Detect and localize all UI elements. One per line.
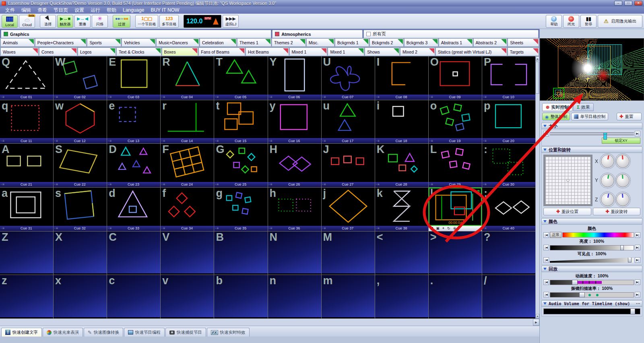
- cue-cell-cue-02[interactable]: W▫≣Cue 02: [54, 56, 107, 100]
- one-cue-button[interactable]: 1▢▢ 一个节目格: [135, 15, 158, 28]
- cue-cell-empty-57[interactable]: m: [322, 275, 375, 318]
- page-tab-all-pages[interactable]: 所有页: [363, 30, 539, 38]
- pause-icon[interactable]: [431, 227, 433, 230]
- bottom-tab-5[interactable]: 快速捕捉节目: [165, 328, 206, 337]
- scan-rate-slider[interactable]: [550, 292, 634, 298]
- cue-cell-cue-40[interactable]: ;▫≣Cue 40: [482, 188, 535, 231]
- cue-cell-cue-07[interactable]: U▫≣Cue 07: [322, 56, 375, 100]
- cue-cell-empty-53[interactable]: c: [107, 275, 160, 318]
- restart-mode-button[interactable]: ▶↔◀ 重播: [74, 15, 91, 28]
- category-row1-tab-4[interactable]: Vehicles: [122, 38, 156, 47]
- master-control-button[interactable]: ◉ 整体控制: [542, 113, 570, 120]
- cue-cell-cue-16[interactable]: y▫≣Cue 16: [268, 100, 321, 144]
- page-tab-atmospherics[interactable]: Atmospherics: [272, 30, 363, 38]
- brightness-max-button[interactable]: ▶|: [635, 245, 640, 250]
- brightness-min-button[interactable]: |◀: [543, 245, 549, 250]
- scan-rate-max-button[interactable]: ▶|: [635, 292, 640, 298]
- cue-cell-empty-44[interactable]: V: [161, 231, 214, 275]
- cloud-button[interactable]: ☁beta Cloud: [19, 15, 35, 28]
- category-row2-tab-3[interactable]: Logos: [78, 48, 116, 56]
- cue-cell-empty-52[interactable]: x: [54, 275, 107, 318]
- cue-cell-cue-25[interactable]: G▫≣Cue 25: [214, 144, 267, 187]
- z-rotation-knob[interactable]: [616, 193, 630, 206]
- cue-cell-cue-01[interactable]: Q▫≣Cue 01: [0, 56, 53, 100]
- category-row1-tab-9[interactable]: Misc.: [306, 38, 334, 47]
- category-row2-tab-9[interactable]: Mixed 1: [328, 48, 364, 56]
- cue-cell-cue-28[interactable]: K▫≣Cue 28: [375, 144, 428, 187]
- menu-item-9[interactable]: BUY IT NOW: [148, 7, 182, 13]
- audio-volume-slider[interactable]: [543, 308, 640, 314]
- cue-cell-cue-27[interactable]: J▫≣Cue 27: [322, 144, 375, 187]
- x-rotation-knob[interactable]: [616, 155, 630, 168]
- menu-item-3[interactable]: 查看: [35, 6, 50, 14]
- scroll-down-arrow[interactable]: ▼: [536, 314, 539, 318]
- cue-cell-cue-13[interactable]: e▫≣Cue 13: [107, 100, 160, 144]
- color-next-button[interactable]: ▶|: [635, 232, 640, 238]
- category-row2-tab-11[interactable]: Mixed 2: [400, 48, 435, 56]
- category-row2-tab-10[interactable]: Shows: [365, 48, 400, 56]
- category-row1-tab-5[interactable]: Music+Dancers: [156, 38, 199, 47]
- cue-cell-cue-14[interactable]: r▫≣Cue 14: [161, 100, 214, 144]
- y-position-knob[interactable]: [601, 174, 614, 187]
- virtual-lj-button[interactable]: ▶▶▶ 虚拟LJ: [223, 15, 239, 28]
- size-max-button[interactable]: ▶|: [635, 131, 640, 136]
- category-row1-tab-6[interactable]: Celebration: [200, 38, 237, 47]
- category-row1-tab-2[interactable]: People+Characters: [35, 38, 87, 47]
- cue-cell-cue-30[interactable]: :▫≣Cue 30: [482, 144, 535, 187]
- category-row2-tab-8[interactable]: Mixed 1: [289, 48, 328, 56]
- audio-section-header[interactable]: Audio Volume for Timeline (show) ···: [541, 300, 642, 307]
- color-prev-button[interactable]: |◀: [543, 232, 549, 238]
- playback-section-header[interactable]: 回放: [541, 266, 642, 272]
- select-mode-button[interactable]: 选择: [40, 15, 56, 28]
- cue-cell-cue-17[interactable]: u▫≣Cue 17: [322, 100, 375, 144]
- lock-xy-button[interactable]: 锁定XY: [602, 138, 640, 144]
- minimize-button[interactable]: –: [614, 1, 622, 6]
- cue-cell-empty-48[interactable]: <: [375, 231, 428, 275]
- move-icon[interactable]: +: [442, 226, 444, 230]
- anim-speed-min-button[interactable]: |◀: [543, 279, 549, 285]
- cue-cell-cue-32[interactable]: s▫≣Cue 32: [54, 188, 107, 231]
- projection-zone-icon[interactable]: [553, 88, 564, 99]
- cue-cell-cue-19[interactable]: o▫≣Cue 19: [429, 100, 482, 144]
- cue-cell-cue-09[interactable]: O▫≣Cue 09: [429, 56, 482, 100]
- cue-cell-empty-55[interactable]: b: [214, 275, 267, 318]
- category-row1-tab-15[interactable]: Sheets: [508, 38, 539, 47]
- cue-cell-empty-59[interactable]: .: [429, 275, 482, 318]
- category-row1-tab-12[interactable]: Bckgrnds 3: [404, 38, 438, 47]
- cue-cell-cue-05[interactable]: T▫≣Cue 05: [214, 56, 267, 100]
- position-pad[interactable]: [543, 155, 592, 206]
- cue-cell-empty-47[interactable]: M: [322, 231, 375, 275]
- category-row2-tab-13[interactable]: Targets: [508, 48, 539, 56]
- category-row1-tab-13[interactable]: Abstracts 1: [439, 38, 473, 47]
- help-button[interactable]: ? 帮助: [546, 15, 562, 28]
- grid-scrollbar[interactable]: ▲ ▼: [535, 56, 539, 318]
- cue-cell-cue-38[interactable]: k▫≣Cue 38: [375, 188, 428, 231]
- category-row1-tab-11[interactable]: Bckgrnds 2: [369, 38, 404, 47]
- cue-cell-cue-36[interactable]: h▫≣Cue 36: [268, 188, 321, 231]
- cue-cell-empty-56[interactable]: n: [268, 275, 321, 318]
- cue-cell-cue-10[interactable]: P▫≣Cue 10: [482, 56, 535, 100]
- cue-cell-cue-35[interactable]: g▫≣Cue 35: [214, 188, 267, 231]
- bottom-tab-6[interactable]: FX快速实时特效: [207, 328, 250, 337]
- cue-cell-cue-24[interactable]: F▫≣Cue 24: [161, 144, 214, 187]
- cue-cell-cue-21[interactable]: A▫≣Cue 21: [0, 144, 53, 187]
- stop-icon[interactable]: ▣: [436, 226, 440, 230]
- cue-cell-cue-03[interactable]: E▫≣Cue 03: [107, 56, 160, 100]
- scan-rate-min-button[interactable]: |◀: [543, 292, 549, 298]
- menu-item-2[interactable]: 编辑: [19, 6, 34, 14]
- cue-cell-cue-06[interactable]: Y▫≣Cue 06: [268, 56, 321, 100]
- menu-item-6[interactable]: 运行: [88, 6, 103, 14]
- category-row1-tab-10[interactable]: Bckgrnds 1: [335, 38, 369, 47]
- category-row2-tab-4[interactable]: Text & Clocks: [116, 48, 161, 56]
- tab-effects[interactable]: Σ 效果: [573, 103, 594, 111]
- audio-more-button[interactable]: ···: [636, 301, 640, 306]
- cue-cell-empty-60[interactable]: /: [482, 275, 535, 318]
- tab-live-control[interactable]: ⊕ 实时控制: [542, 103, 572, 111]
- menu-item-4[interactable]: 节目页: [51, 6, 71, 14]
- reset-button[interactable]: ✚ 重置: [617, 113, 642, 120]
- blackout-button[interactable]: – 闭光: [563, 15, 579, 28]
- visible-max-button[interactable]: ▶|: [635, 257, 640, 263]
- category-row2-tab-1[interactable]: Waves: [0, 48, 39, 56]
- cue-cell-empty-50[interactable]: ?: [482, 231, 535, 275]
- cue-cell-cue-34[interactable]: f▫≣Cue 34: [161, 188, 214, 231]
